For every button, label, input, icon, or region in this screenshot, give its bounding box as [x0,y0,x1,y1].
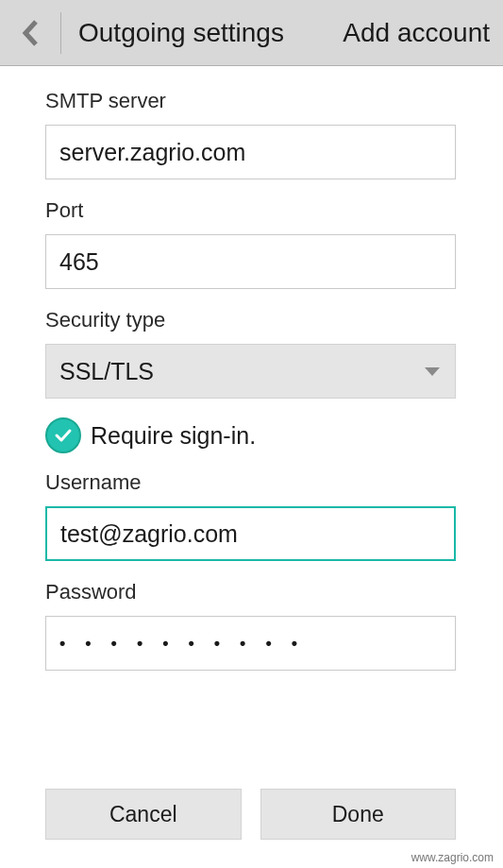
password-masked: • • • • • • • • • • [59,634,305,654]
chevron-down-icon [423,366,442,377]
username-field: Username [45,470,456,561]
username-label: Username [45,470,456,495]
watermark: www.zagrio.com [411,851,494,864]
chevron-left-icon [22,19,39,47]
password-label: Password [45,580,456,604]
form-content: SMTP server Port Security type SSL/TLS R… [0,66,503,671]
back-button[interactable] [17,14,43,52]
security-label: Security type [45,308,456,332]
require-signin-label: Require sign-in. [91,422,256,450]
smtp-field: SMTP server [45,89,456,179]
require-signin-checkbox[interactable] [45,417,81,453]
done-button[interactable]: Done [260,789,457,840]
password-field: Password • • • • • • • • • • [45,580,456,671]
security-field: Security type SSL/TLS [45,308,456,399]
svg-marker-0 [425,367,440,376]
port-input[interactable] [45,234,456,289]
header-divider [60,12,61,54]
password-input[interactable]: • • • • • • • • • • [45,616,456,671]
header-bar: Outgoing settings Add account [0,0,503,66]
cancel-button[interactable]: Cancel [45,789,242,840]
page-title: Outgoing settings [78,18,343,48]
smtp-label: SMTP server [45,89,456,113]
port-label: Port [45,198,456,223]
smtp-input[interactable] [45,125,456,179]
port-field: Port [45,198,456,289]
security-value: SSL/TLS [59,358,154,385]
header-context: Add account [343,18,490,48]
require-signin-row: Require sign-in. [45,417,456,453]
footer-buttons: Cancel Done [0,789,503,840]
username-input[interactable] [45,506,456,561]
checkmark-icon [53,425,74,446]
security-select[interactable]: SSL/TLS [45,344,456,399]
